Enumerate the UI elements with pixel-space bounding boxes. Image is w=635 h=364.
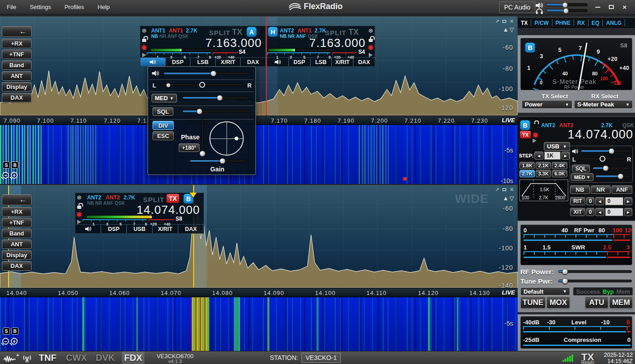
xit-zero-button[interactable]: 0: [586, 208, 594, 216]
waterfall-toggle-button[interactable]: B: [11, 327, 19, 335]
phase-invert-button[interactable]: +180°: [179, 143, 199, 152]
tx-antenna-label[interactable]: ANT1: [297, 28, 311, 34]
xrit-button[interactable]: X/RIT: [152, 225, 178, 233]
esc-button[interactable]: ESC: [153, 131, 174, 140]
volume-slider[interactable]: [581, 148, 630, 154]
slice-flag-a[interactable]: ⊗ ANT1 ANT1 2.7K NB NR ANF QSK SPLIT TX …: [140, 26, 266, 67]
mode-button[interactable]: LSB: [190, 58, 215, 66]
gain-slider[interactable]: [190, 158, 246, 164]
xrit-button[interactable]: X/RIT: [331, 58, 353, 66]
lock-open-icon[interactable]: [369, 39, 373, 42]
xit-up-button[interactable]: ►: [624, 208, 632, 216]
waterfall-toggle-button[interactable]: B: [11, 161, 19, 169]
filter-width-label[interactable]: 2.7K: [315, 28, 326, 34]
tx-active-badge[interactable]: TX: [520, 131, 531, 138]
sidebar-item-display[interactable]: Display: [2, 82, 32, 92]
zoom-out-icon[interactable]: [2, 172, 9, 179]
pan-bottom-updown[interactable]: ▲▽: [503, 195, 515, 202]
tune-button[interactable]: TUNE: [520, 296, 546, 309]
tab-phne[interactable]: PHNE: [552, 19, 574, 26]
dsp-button[interactable]: DSP: [101, 225, 126, 233]
anf-button[interactable]: ANF: [612, 185, 632, 194]
record-icon[interactable]: [369, 46, 373, 50]
frequency-scale-20m[interactable]: 14.040 14.050 14.060 14.070 14.080 14.09…: [0, 288, 518, 297]
balance-slider[interactable]: [579, 156, 624, 162]
tab-eq[interactable]: EQ: [589, 19, 603, 26]
waterfall-20m[interactable]: -5s: [0, 297, 518, 351]
tx-active-badge[interactable]: TX: [167, 194, 179, 203]
tab-anlg[interactable]: ANLG: [603, 19, 625, 26]
close-slice-icon[interactable]: ⊗: [368, 28, 373, 33]
slice-letter-badge[interactable]: A: [247, 27, 256, 37]
squelch-slider[interactable]: [593, 165, 630, 171]
sidebar-item-add-rx[interactable]: +RX: [2, 39, 32, 48]
filter-width-label[interactable]: 2.7K: [186, 28, 197, 34]
rit-up-button[interactable]: ►: [624, 197, 632, 205]
cwx-toggle[interactable]: CWX: [66, 353, 87, 363]
split-label[interactable]: SPLIT: [209, 29, 231, 37]
slice-letter-badge[interactable]: B: [520, 120, 530, 130]
sidebar-collapse-button[interactable]: [2, 194, 32, 205]
tx-marker-icon[interactable]: [190, 193, 197, 198]
filter-preset-2.4k[interactable]: 2.4K: [552, 162, 567, 169]
menu-settings[interactable]: Settings: [23, 0, 58, 14]
audio-popup-button[interactable]: [267, 58, 288, 66]
menu-help[interactable]: Help: [91, 0, 116, 14]
audio-popup-button[interactable]: [140, 58, 165, 66]
mode-dropdown[interactable]: USB: [544, 142, 570, 151]
mem-button[interactable]: MEM: [609, 296, 633, 309]
squelch-button[interactable]: SQL: [572, 165, 590, 172]
rx-antenna-label[interactable]: ANT2: [280, 28, 294, 34]
xit-value-field[interactable]: 0: [605, 208, 623, 216]
filter-preset-2.1k[interactable]: 2.1K: [536, 162, 551, 169]
fdx-toggle[interactable]: FDX: [122, 351, 144, 364]
diversity-phase-circle[interactable]: [209, 121, 244, 156]
split-label[interactable]: SPLIT: [143, 196, 165, 203]
volume-slider[interactable]: [163, 70, 250, 77]
dvk-toggle[interactable]: DVK: [96, 353, 115, 363]
popout-icon[interactable]: ↗: [495, 187, 499, 193]
dsp-button[interactable]: DSP: [288, 58, 310, 66]
tx-antenna-label[interactable]: ANT2: [106, 194, 120, 201]
tx-label[interactable]: TX: [348, 28, 359, 37]
record-icon[interactable]: [77, 212, 81, 217]
audio-popup-button[interactable]: [75, 225, 101, 233]
squelch-button[interactable]: SQL: [153, 107, 173, 116]
filter-preset-6.0k[interactable]: 6.0K: [552, 170, 567, 177]
slice-frequency[interactable]: 14.074.000: [543, 128, 633, 142]
dsp-button[interactable]: DSP: [165, 58, 190, 66]
sidebar-collapse-button[interactable]: [2, 26, 32, 37]
dax-button[interactable]: DAX: [240, 58, 265, 66]
sidebar-item-band[interactable]: Band: [2, 229, 32, 238]
menu-file[interactable]: File: [0, 0, 23, 14]
minimize-button[interactable]: [592, 3, 603, 11]
zoom-in-icon[interactable]: [11, 172, 18, 179]
step-up-button[interactable]: ►: [561, 152, 570, 160]
filter-preset-1.8k[interactable]: 1.8K: [519, 162, 535, 169]
sidebar-item-band[interactable]: Band: [2, 60, 32, 70]
xit-button[interactable]: XIT: [570, 208, 585, 216]
dsp-nr[interactable]: NR: [159, 33, 166, 39]
mode-button[interactable]: USB: [126, 225, 152, 233]
play-icon[interactable]: [369, 53, 373, 57]
dax-button[interactable]: DAX: [178, 225, 204, 233]
xrit-button[interactable]: X/RIT: [215, 58, 241, 66]
maximize-button[interactable]: [606, 3, 616, 11]
diversity-vertical-thumb[interactable]: [199, 151, 205, 157]
rx-antenna-label[interactable]: ANT1: [151, 28, 165, 34]
waterfall-40m[interactable]: -5s -10s: [0, 125, 518, 184]
pc-audio-button[interactable]: PC Audio: [499, 1, 535, 13]
filter-width-label[interactable]: 2.7K: [124, 194, 135, 201]
zoom-out-icon[interactable]: [2, 338, 9, 345]
diversity-button[interactable]: DIV: [153, 121, 174, 130]
tab-rx[interactable]: RX: [574, 19, 589, 26]
tx-label[interactable]: TX: [232, 28, 242, 37]
record-icon[interactable]: [533, 133, 538, 137]
diversity-vertical-slider[interactable]: [201, 119, 204, 154]
agc-threshold-slider[interactable]: [182, 95, 250, 101]
slice-flag-h[interactable]: H ⊗ ANT2 ANT1 2.7K NB NR ANF QSK SPLIT T…: [267, 26, 375, 67]
xit-down-button[interactable]: ◄: [595, 208, 604, 216]
filter-preset-2.7k[interactable]: 2.7K: [519, 170, 535, 177]
lock-open-icon[interactable]: [142, 39, 146, 42]
sidebar-item-add-tnf[interactable]: +TNF: [2, 218, 32, 227]
